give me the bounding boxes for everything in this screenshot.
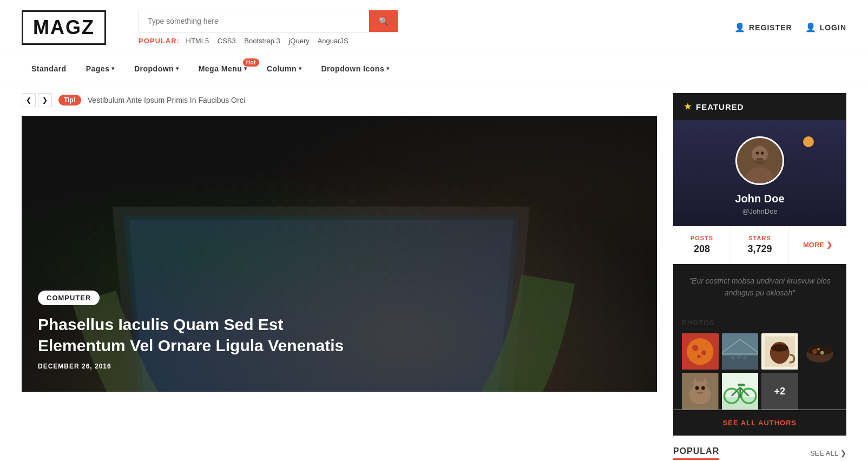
featured-profile: John Doe @JohnDoe: [673, 120, 846, 226]
featured-stats: POSTS 208 STARS 3,729 MORE ❯: [673, 226, 846, 264]
main-container: ❮ ❯ Tip! Vestibulum Ante Ipsum Primis In…: [0, 93, 868, 461]
content-area: ❮ ❯ Tip! Vestibulum Ante Ipsum Primis In…: [22, 93, 657, 461]
hero-date: DECEMBER 26, 2016: [38, 363, 363, 370]
popular-row: POPULAR: HTML5 CSS3 Bootstrap 3 jQuery A…: [139, 37, 355, 45]
photo-thumb-pizza[interactable]: [682, 333, 719, 370]
nav-column[interactable]: Column ▾: [257, 55, 312, 82]
user-icon-login: 👤: [805, 22, 817, 32]
chevron-down-icon: ▾: [386, 65, 390, 71]
popular-header: POPULAR SEE ALL ❯: [673, 446, 846, 460]
photos-title: PHOTOS: [682, 319, 838, 327]
search-row: 🔍: [139, 10, 398, 32]
nav-pages[interactable]: Pages ▾: [76, 55, 124, 82]
popular-section-title: POPULAR: [673, 446, 719, 460]
hero-title: Phasellus Iaculis Quam Sed Est Elementum…: [38, 314, 363, 356]
ticker-bar: ❮ ❯ Tip! Vestibulum Ante Ipsum Primis In…: [22, 93, 657, 107]
auth-area: 👤 REGISTER 👤 LOGIN: [734, 22, 846, 32]
nav-standard[interactable]: Standard: [22, 55, 76, 82]
svg-point-29: [692, 345, 698, 351]
hero-content: COMPUTER Phasellus Iaculis Quam Sed Est …: [38, 291, 363, 370]
svg-point-55: [695, 386, 699, 390]
user-icon-register: 👤: [734, 22, 746, 32]
svg-rect-58: [722, 397, 759, 410]
profile-name: John Doe: [684, 193, 836, 205]
register-link[interactable]: 👤 REGISTER: [734, 22, 792, 32]
orange-dot: [803, 136, 814, 147]
main-nav: Standard Pages ▾ Dropdown ▾ Mega Menu ▾ …: [0, 55, 868, 82]
svg-point-64: [738, 394, 742, 398]
svg-point-31: [697, 354, 701, 358]
ticker-nav: ❮ ❯: [22, 93, 52, 107]
svg-point-48: [820, 351, 824, 354]
stars-label: STARS: [731, 235, 788, 241]
ticker-prev-button[interactable]: ❮: [22, 93, 36, 107]
search-input[interactable]: [139, 10, 369, 32]
chevron-down-icon: ▾: [176, 65, 179, 71]
logo[interactable]: MAGZ: [22, 10, 106, 45]
chevron-down-icon: ▾: [111, 65, 115, 71]
login-link[interactable]: 👤 LOGIN: [805, 22, 846, 32]
stat-posts: POSTS 208: [673, 226, 731, 264]
svg-point-25: [761, 152, 764, 155]
svg-point-26: [755, 158, 765, 164]
ticker-text: Vestibulum Ante Ipsum Primis In Faucibus…: [88, 96, 245, 104]
hero-category[interactable]: COMPUTER: [38, 291, 100, 305]
photo-more[interactable]: +2: [761, 373, 798, 410]
popular-label: POPULAR:: [139, 37, 180, 45]
stat-stars: STARS 3,729: [731, 226, 789, 264]
svg-point-30: [701, 350, 706, 355]
svg-point-24: [756, 152, 759, 155]
ticker-next-button[interactable]: ❯: [38, 93, 52, 107]
photos-grid: +2: [682, 333, 838, 410]
svg-rect-65: [738, 384, 745, 387]
svg-point-49: [817, 348, 820, 351]
svg-point-37: [731, 355, 734, 359]
hero-image[interactable]: COMPUTER Phasellus Iaculis Quam Sed Est …: [22, 116, 657, 392]
svg-point-38: [737, 355, 741, 359]
posts-label: POSTS: [673, 235, 731, 241]
popular-tag-css3[interactable]: CSS3: [218, 37, 236, 45]
nav-dropdown[interactable]: Dropdown ▾: [124, 55, 189, 82]
featured-card: ★ FEATURED John D: [673, 93, 846, 436]
search-button[interactable]: 🔍: [369, 10, 398, 32]
photos-section: PHOTOS: [673, 310, 846, 410]
svg-point-46: [806, 345, 833, 355]
photo-thumb-coffee[interactable]: [761, 333, 798, 370]
popular-tag-html5[interactable]: HTML5: [186, 37, 209, 45]
photo-thumb-bridge[interactable]: [722, 333, 759, 370]
stat-more[interactable]: MORE ❯: [789, 226, 846, 264]
star-icon: ★: [684, 102, 692, 111]
profile-handle: @JohnDoe: [684, 207, 836, 215]
featured-header: ★ FEATURED: [673, 93, 846, 120]
svg-point-39: [743, 355, 747, 359]
stars-value: 3,729: [731, 243, 788, 255]
svg-point-47: [812, 349, 817, 354]
photo-thumb-bike[interactable]: [722, 373, 759, 410]
svg-rect-34: [722, 353, 759, 355]
svg-point-28: [687, 338, 714, 365]
popular-tag-angularjs[interactable]: AnguarJS: [318, 37, 348, 45]
see-all-authors-button[interactable]: SEE ALL AUTHORS: [673, 410, 846, 436]
posts-value: 208: [673, 243, 731, 255]
search-area: 🔍 POPULAR: HTML5 CSS3 Bootstrap 3 jQuery…: [139, 10, 702, 45]
photo-thumb-bowl[interactable]: [801, 333, 838, 370]
nav-dropdown-icons[interactable]: Dropdown Icons ▾: [312, 55, 399, 82]
popular-tag-jquery[interactable]: jQuery: [288, 37, 309, 45]
chevron-right-icon: ❯: [840, 449, 846, 457]
chevron-down-icon: ▾: [299, 65, 302, 71]
popular-section: POPULAR SEE ALL ❯: [673, 446, 846, 460]
svg-point-43: [771, 344, 788, 352]
tip-badge: Tip!: [58, 95, 81, 106]
sidebar: ★ FEATURED John D: [673, 93, 846, 461]
photo-thumb-cat[interactable]: [682, 373, 719, 410]
avatar: [735, 136, 784, 185]
featured-quote: "Eur costrict mobsa undivani krusvuw blo…: [673, 264, 846, 310]
site-header: MAGZ 🔍 POPULAR: HTML5 CSS3 Bootstrap 3 j…: [0, 0, 868, 55]
chevron-right-icon: ❯: [826, 241, 832, 249]
nav-mega-menu[interactable]: Mega Menu ▾ Hot: [189, 55, 257, 82]
svg-point-56: [701, 386, 705, 390]
popular-tag-bootstrap[interactable]: Bootstrap 3: [244, 37, 280, 45]
search-icon: 🔍: [379, 17, 388, 25]
see-all-button[interactable]: SEE ALL ❯: [810, 449, 846, 457]
